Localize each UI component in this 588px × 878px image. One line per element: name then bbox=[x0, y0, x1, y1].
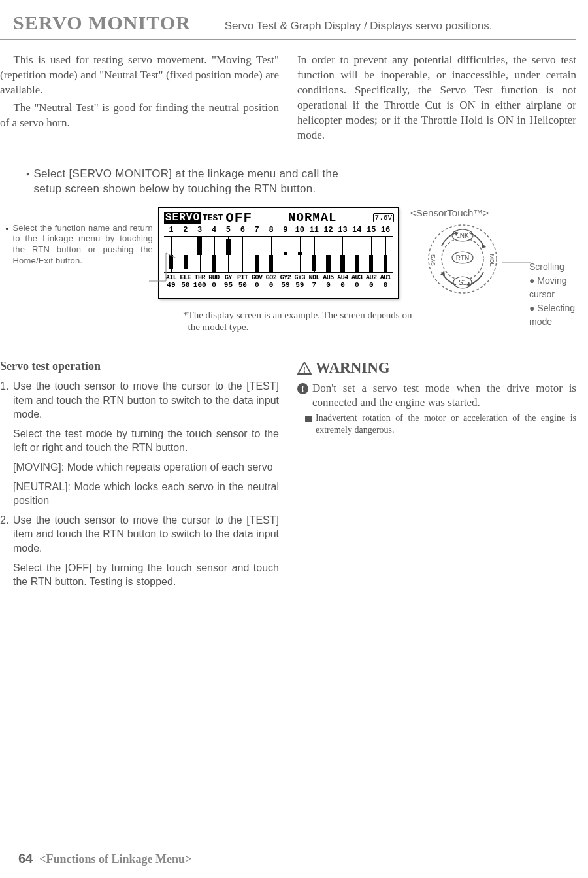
setup-note-text: Select [SERVO MONITOR] at the linkage me… bbox=[33, 167, 353, 197]
lcd-label: AU4 bbox=[336, 274, 350, 281]
warning-sub-text: Inadvertent rotation of the motor or acc… bbox=[316, 413, 576, 436]
lcd-bar-slot bbox=[221, 236, 236, 273]
lcd-value: 7 bbox=[307, 281, 321, 289]
bullet-icon: ● bbox=[26, 171, 29, 177]
dial-rtn-label: RTN bbox=[456, 254, 469, 262]
screen-footnote: *The display screen is an example. The s… bbox=[5, 299, 423, 334]
sensor-legend: Scrolling ● Moving cursor ● Selecting mo… bbox=[529, 260, 588, 329]
lcd-top-row: SERVO TEST OFF NORMAL 7.6V bbox=[159, 208, 398, 226]
lcd-bar-slot bbox=[307, 236, 321, 273]
lcd-channel-numbers: 12345678910111213141516 bbox=[159, 226, 398, 235]
lcd-value: 59 bbox=[278, 281, 293, 289]
page-subtitle: Servo Test & Graph Display / Displays se… bbox=[225, 20, 493, 33]
lcd-label: GY bbox=[221, 274, 236, 281]
dial-mdl-label: MDL bbox=[489, 254, 495, 266]
op-moving-desc: [MOVING]: Mode which repeats operation o… bbox=[0, 460, 279, 475]
intro-columns: This is used for testing servo movement.… bbox=[0, 48, 588, 146]
lcd-num: 8 bbox=[264, 226, 278, 235]
warning-column: ! WARNING ! Don't set a servo test mode … bbox=[297, 360, 576, 594]
op-step-2: 2. Use the touch sensor to move the curs… bbox=[0, 513, 279, 556]
lcd-channel-labels: AILELETHRRUDGYPITGOVGO2GY2GY3NDLAU5AU4AU… bbox=[159, 273, 398, 281]
lcd-value: 0 bbox=[264, 281, 278, 289]
lcd-bar-slot bbox=[193, 236, 207, 273]
lcd-label: ELE bbox=[178, 274, 193, 281]
lcd-label: AU5 bbox=[321, 274, 336, 281]
lcd-bar-slot bbox=[278, 236, 293, 273]
lcd-bar-slot bbox=[336, 236, 350, 273]
page-footer: 64 <Functions of Linkage Menu> bbox=[18, 851, 191, 866]
square-bullet-icon bbox=[305, 416, 312, 422]
intro-p3: In order to prevent any potential diffic… bbox=[297, 53, 576, 143]
lcd-servo-label: SERVO bbox=[164, 212, 201, 224]
lcd-label: GY3 bbox=[293, 274, 307, 281]
lcd-value: 0 bbox=[250, 281, 264, 289]
lcd-label: RUD bbox=[207, 274, 221, 281]
left-note-wrap: ● Select the function name and return to… bbox=[5, 207, 153, 267]
intro-p2: The "Neutral Test" is good for finding t… bbox=[0, 101, 279, 131]
lcd-bar-slot bbox=[264, 236, 278, 273]
warning-sub-row: Inadvertent rotation of the motor or acc… bbox=[297, 413, 576, 436]
legend-scrolling: Scrolling bbox=[529, 260, 588, 274]
lcd-label: AU3 bbox=[350, 274, 364, 281]
sensor-dial: LNK RTN S1 SYS MDL bbox=[423, 220, 502, 298]
op-step-1b: Select the test mode by turning the touc… bbox=[0, 427, 279, 455]
lcd-label: NDL bbox=[307, 274, 321, 281]
lcd-value: 0 bbox=[321, 281, 336, 289]
lcd-label: AU1 bbox=[378, 274, 393, 281]
lcd-bar-slot bbox=[350, 236, 364, 273]
dial-sys-label: SYS bbox=[430, 254, 436, 265]
op-step-1: 1. Use the touch sensor to move the curs… bbox=[0, 379, 279, 422]
lcd-num: 3 bbox=[193, 226, 207, 235]
warning-heading-text: WARNING bbox=[316, 360, 390, 377]
lcd-value: 50 bbox=[235, 281, 250, 289]
lcd-label: GOV bbox=[250, 274, 264, 281]
svg-marker-6 bbox=[482, 243, 486, 248]
lcd-test-label: TEST bbox=[203, 213, 223, 223]
lcd-bar-slot bbox=[207, 236, 221, 273]
page-title: SERVO MONITOR bbox=[13, 12, 191, 34]
lcd-num: 14 bbox=[350, 226, 364, 235]
intro-p1: This is used for testing servo movement.… bbox=[0, 53, 279, 98]
lcd-bar-slot bbox=[250, 236, 264, 273]
screen-section: ● Select the function name and return to… bbox=[0, 197, 588, 299]
lcd-num: 4 bbox=[207, 226, 221, 235]
footer-section-label: <Functions of Linkage Menu> bbox=[39, 853, 191, 866]
sensor-label: <SensorTouch™> bbox=[410, 207, 502, 218]
lcd-value: 49 bbox=[164, 281, 178, 289]
lcd-label: THR bbox=[193, 274, 207, 281]
warning-triangle-icon: ! bbox=[297, 362, 312, 375]
lcd-value: 0 bbox=[336, 281, 350, 289]
intro-right: In order to prevent any potential diffic… bbox=[297, 53, 576, 146]
lcd-bars bbox=[159, 235, 398, 273]
page-header: SERVO MONITOR Servo Test & Graph Display… bbox=[0, 0, 576, 40]
lcd-label: AIL bbox=[164, 274, 178, 281]
warning-main-row: ! Don't set a servo test mode when the d… bbox=[297, 381, 576, 410]
lcd-bar-slot bbox=[164, 236, 178, 273]
sensor-touch-area: <SensorTouch™> LNK RTN S1 SYS MDL bbox=[410, 207, 502, 298]
lcd-value: 100 bbox=[193, 281, 207, 289]
warning-main-text: Don't set a servo test mode when the dri… bbox=[312, 381, 576, 410]
lcd-num: 9 bbox=[278, 226, 293, 235]
lcd-bar-slot bbox=[178, 236, 193, 273]
warning-heading: ! WARNING bbox=[297, 360, 576, 377]
lcd-num: 1 bbox=[164, 226, 178, 235]
lcd-num: 6 bbox=[235, 226, 250, 235]
lcd-off-label: OFF bbox=[225, 211, 252, 226]
page-number: 64 bbox=[18, 851, 33, 866]
operation-heading: Servo test operation bbox=[0, 360, 279, 375]
lcd-bar-slot bbox=[378, 236, 393, 273]
prohibit-icon: ! bbox=[297, 383, 308, 394]
operation-body: 1. Use the touch sensor to move the curs… bbox=[0, 379, 279, 589]
lower-columns: Servo test operation 1. Use the touch se… bbox=[0, 333, 588, 594]
lcd-num: 12 bbox=[321, 226, 336, 235]
svg-text:!: ! bbox=[303, 365, 306, 375]
lcd-num: 2 bbox=[178, 226, 193, 235]
lcd-screenshot: SERVO TEST OFF NORMAL 7.6V 1234567891011… bbox=[158, 207, 400, 299]
legend-moving: ● Moving cursor bbox=[529, 274, 588, 301]
lcd-bar-slot bbox=[364, 236, 378, 273]
lcd-value: 0 bbox=[364, 281, 378, 289]
operation-column: Servo test operation 1. Use the touch se… bbox=[0, 360, 279, 594]
lcd-label: PIT bbox=[235, 274, 250, 281]
lcd-channel-values: 495010009550005959700000 bbox=[159, 281, 398, 292]
lcd-normal-label: NORMAL bbox=[288, 211, 336, 225]
